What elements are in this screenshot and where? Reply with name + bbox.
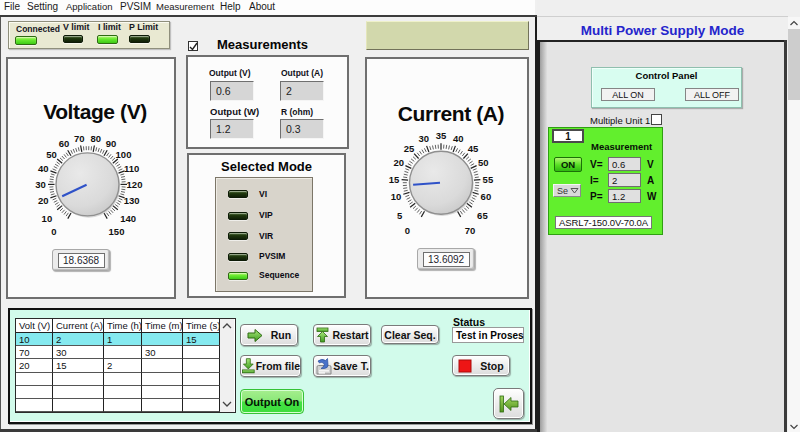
svg-text:0: 0: [51, 226, 56, 237]
svg-text:35: 35: [436, 130, 447, 141]
svg-text:60: 60: [481, 191, 492, 202]
svg-text:50: 50: [46, 149, 57, 160]
svg-text:90: 90: [106, 138, 117, 149]
svg-text:70: 70: [74, 133, 85, 144]
svg-text:30: 30: [35, 179, 46, 190]
svg-text:30: 30: [419, 133, 430, 144]
svg-text:80: 80: [90, 133, 101, 144]
svg-text:120: 120: [127, 179, 143, 190]
svg-text:5: 5: [397, 210, 403, 221]
svg-text:55: 55: [483, 174, 494, 185]
svg-text:20: 20: [38, 195, 49, 206]
svg-text:130: 130: [124, 195, 140, 206]
svg-text:140: 140: [120, 213, 136, 224]
svg-text:50: 50: [478, 157, 489, 168]
svg-text:25: 25: [404, 143, 415, 154]
svg-text:70: 70: [465, 225, 476, 236]
svg-text:100: 100: [116, 149, 132, 160]
svg-text:20: 20: [393, 157, 404, 168]
svg-text:40: 40: [38, 163, 49, 174]
svg-text:15: 15: [389, 174, 400, 185]
svg-text:40: 40: [453, 133, 464, 144]
svg-text:110: 110: [124, 163, 139, 174]
svg-text:10: 10: [42, 213, 53, 224]
svg-text:150: 150: [109, 226, 125, 237]
svg-text:0: 0: [405, 225, 410, 236]
svg-text:65: 65: [477, 210, 488, 221]
svg-text:10: 10: [391, 191, 402, 202]
svg-text:60: 60: [59, 138, 70, 149]
svg-text:45: 45: [468, 143, 479, 154]
